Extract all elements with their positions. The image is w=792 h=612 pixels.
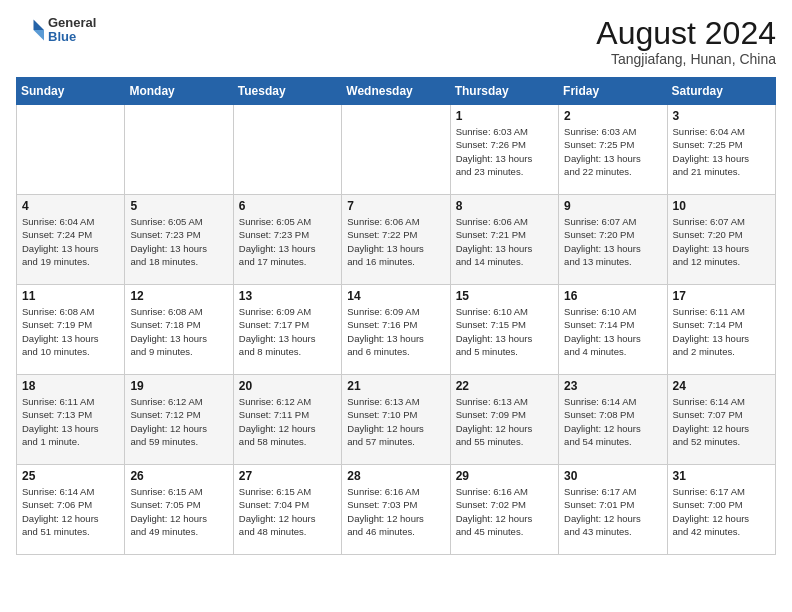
day-info: Sunrise: 6:05 AM Sunset: 7:23 PM Dayligh… (239, 215, 336, 268)
calendar-cell (125, 105, 233, 195)
day-info: Sunrise: 6:10 AM Sunset: 7:14 PM Dayligh… (564, 305, 661, 358)
day-info: Sunrise: 6:13 AM Sunset: 7:09 PM Dayligh… (456, 395, 553, 448)
svg-marker-0 (34, 20, 45, 31)
day-number: 1 (456, 109, 553, 123)
day-number: 30 (564, 469, 661, 483)
day-number: 22 (456, 379, 553, 393)
day-number: 4 (22, 199, 119, 213)
day-number: 24 (673, 379, 770, 393)
svg-marker-1 (34, 30, 45, 41)
location: Tangjiafang, Hunan, China (596, 51, 776, 67)
weekday-header: Monday (125, 78, 233, 105)
calendar-cell (342, 105, 450, 195)
day-number: 11 (22, 289, 119, 303)
calendar-header: SundayMondayTuesdayWednesdayThursdayFrid… (17, 78, 776, 105)
calendar-cell: 14Sunrise: 6:09 AM Sunset: 7:16 PM Dayli… (342, 285, 450, 375)
calendar-table: SundayMondayTuesdayWednesdayThursdayFrid… (16, 77, 776, 555)
weekday-header: Thursday (450, 78, 558, 105)
calendar-week-row: 1Sunrise: 6:03 AM Sunset: 7:26 PM Daylig… (17, 105, 776, 195)
calendar-week-row: 4Sunrise: 6:04 AM Sunset: 7:24 PM Daylig… (17, 195, 776, 285)
weekday-header: Saturday (667, 78, 775, 105)
day-info: Sunrise: 6:06 AM Sunset: 7:21 PM Dayligh… (456, 215, 553, 268)
logo-text: General Blue (48, 16, 96, 45)
calendar-cell: 16Sunrise: 6:10 AM Sunset: 7:14 PM Dayli… (559, 285, 667, 375)
day-number: 14 (347, 289, 444, 303)
logo-line1: General (48, 16, 96, 30)
calendar-cell: 20Sunrise: 6:12 AM Sunset: 7:11 PM Dayli… (233, 375, 341, 465)
calendar-cell: 18Sunrise: 6:11 AM Sunset: 7:13 PM Dayli… (17, 375, 125, 465)
calendar-cell: 6Sunrise: 6:05 AM Sunset: 7:23 PM Daylig… (233, 195, 341, 285)
weekday-header: Wednesday (342, 78, 450, 105)
calendar-week-row: 18Sunrise: 6:11 AM Sunset: 7:13 PM Dayli… (17, 375, 776, 465)
day-number: 17 (673, 289, 770, 303)
calendar-cell: 13Sunrise: 6:09 AM Sunset: 7:17 PM Dayli… (233, 285, 341, 375)
calendar-cell (17, 105, 125, 195)
logo-line2: Blue (48, 30, 96, 44)
day-number: 29 (456, 469, 553, 483)
day-number: 15 (456, 289, 553, 303)
day-number: 21 (347, 379, 444, 393)
day-number: 8 (456, 199, 553, 213)
day-number: 2 (564, 109, 661, 123)
day-number: 20 (239, 379, 336, 393)
calendar-cell: 5Sunrise: 6:05 AM Sunset: 7:23 PM Daylig… (125, 195, 233, 285)
month-year: August 2024 (596, 16, 776, 51)
calendar-cell: 10Sunrise: 6:07 AM Sunset: 7:20 PM Dayli… (667, 195, 775, 285)
day-number: 19 (130, 379, 227, 393)
calendar-cell: 3Sunrise: 6:04 AM Sunset: 7:25 PM Daylig… (667, 105, 775, 195)
title-block: August 2024 Tangjiafang, Hunan, China (596, 16, 776, 67)
day-info: Sunrise: 6:05 AM Sunset: 7:23 PM Dayligh… (130, 215, 227, 268)
day-info: Sunrise: 6:07 AM Sunset: 7:20 PM Dayligh… (673, 215, 770, 268)
calendar-cell: 31Sunrise: 6:17 AM Sunset: 7:00 PM Dayli… (667, 465, 775, 555)
day-number: 6 (239, 199, 336, 213)
calendar-cell: 24Sunrise: 6:14 AM Sunset: 7:07 PM Dayli… (667, 375, 775, 465)
page-header: General Blue August 2024 Tangjiafang, Hu… (16, 16, 776, 67)
day-number: 13 (239, 289, 336, 303)
day-info: Sunrise: 6:15 AM Sunset: 7:04 PM Dayligh… (239, 485, 336, 538)
logo: General Blue (16, 16, 96, 45)
day-info: Sunrise: 6:07 AM Sunset: 7:20 PM Dayligh… (564, 215, 661, 268)
weekday-row: SundayMondayTuesdayWednesdayThursdayFrid… (17, 78, 776, 105)
day-number: 16 (564, 289, 661, 303)
calendar-cell: 19Sunrise: 6:12 AM Sunset: 7:12 PM Dayli… (125, 375, 233, 465)
calendar-cell: 15Sunrise: 6:10 AM Sunset: 7:15 PM Dayli… (450, 285, 558, 375)
calendar-cell: 21Sunrise: 6:13 AM Sunset: 7:10 PM Dayli… (342, 375, 450, 465)
calendar-cell: 27Sunrise: 6:15 AM Sunset: 7:04 PM Dayli… (233, 465, 341, 555)
calendar-cell (233, 105, 341, 195)
weekday-header: Friday (559, 78, 667, 105)
day-info: Sunrise: 6:16 AM Sunset: 7:03 PM Dayligh… (347, 485, 444, 538)
day-info: Sunrise: 6:10 AM Sunset: 7:15 PM Dayligh… (456, 305, 553, 358)
day-number: 28 (347, 469, 444, 483)
day-info: Sunrise: 6:09 AM Sunset: 7:17 PM Dayligh… (239, 305, 336, 358)
day-number: 3 (673, 109, 770, 123)
day-info: Sunrise: 6:09 AM Sunset: 7:16 PM Dayligh… (347, 305, 444, 358)
calendar-cell: 12Sunrise: 6:08 AM Sunset: 7:18 PM Dayli… (125, 285, 233, 375)
day-info: Sunrise: 6:14 AM Sunset: 7:07 PM Dayligh… (673, 395, 770, 448)
day-info: Sunrise: 6:15 AM Sunset: 7:05 PM Dayligh… (130, 485, 227, 538)
calendar-cell: 9Sunrise: 6:07 AM Sunset: 7:20 PM Daylig… (559, 195, 667, 285)
weekday-header: Sunday (17, 78, 125, 105)
calendar-cell: 17Sunrise: 6:11 AM Sunset: 7:14 PM Dayli… (667, 285, 775, 375)
day-info: Sunrise: 6:03 AM Sunset: 7:26 PM Dayligh… (456, 125, 553, 178)
day-info: Sunrise: 6:14 AM Sunset: 7:08 PM Dayligh… (564, 395, 661, 448)
day-info: Sunrise: 6:16 AM Sunset: 7:02 PM Dayligh… (456, 485, 553, 538)
day-number: 27 (239, 469, 336, 483)
day-info: Sunrise: 6:04 AM Sunset: 7:24 PM Dayligh… (22, 215, 119, 268)
calendar-cell: 28Sunrise: 6:16 AM Sunset: 7:03 PM Dayli… (342, 465, 450, 555)
day-number: 31 (673, 469, 770, 483)
calendar-cell: 8Sunrise: 6:06 AM Sunset: 7:21 PM Daylig… (450, 195, 558, 285)
day-info: Sunrise: 6:08 AM Sunset: 7:18 PM Dayligh… (130, 305, 227, 358)
calendar-week-row: 25Sunrise: 6:14 AM Sunset: 7:06 PM Dayli… (17, 465, 776, 555)
calendar-cell: 7Sunrise: 6:06 AM Sunset: 7:22 PM Daylig… (342, 195, 450, 285)
day-number: 7 (347, 199, 444, 213)
day-number: 23 (564, 379, 661, 393)
calendar-cell: 11Sunrise: 6:08 AM Sunset: 7:19 PM Dayli… (17, 285, 125, 375)
day-number: 18 (22, 379, 119, 393)
calendar-cell: 23Sunrise: 6:14 AM Sunset: 7:08 PM Dayli… (559, 375, 667, 465)
calendar-cell: 25Sunrise: 6:14 AM Sunset: 7:06 PM Dayli… (17, 465, 125, 555)
logo-icon (16, 16, 44, 44)
day-number: 12 (130, 289, 227, 303)
day-number: 5 (130, 199, 227, 213)
day-info: Sunrise: 6:12 AM Sunset: 7:12 PM Dayligh… (130, 395, 227, 448)
day-number: 9 (564, 199, 661, 213)
